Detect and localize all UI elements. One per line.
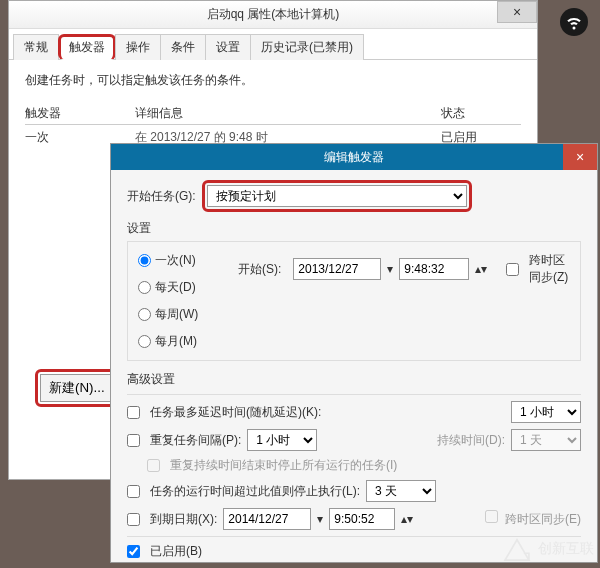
expire-date-input[interactable] [223,508,311,530]
wifi-status-icon [560,8,588,36]
tab-general[interactable]: 常规 [13,34,59,60]
sync-tz-label: 跨时区同步(Z) [529,252,570,286]
calendar-icon[interactable]: ▾ [387,262,393,276]
stop-if-longer-label: 任务的运行时间超过此值则停止执行(L): [150,483,360,500]
stop-after-rep-label: 重复持续时间结束时停止所有运行的任务(I) [170,457,397,474]
new-button[interactable]: 新建(N)... [40,374,114,402]
schedule-right: 开始(S): ▾ ▴▾ 跨时区同步(Z) [238,252,570,286]
col-detail: 详细信息 [135,105,441,122]
repeat-row: 重复任务间隔(P): 1 小时 持续时间(D): 1 天 [127,429,581,451]
start-label: 开始(S): [238,261,281,278]
title-bar: 编辑触发器 × [111,144,597,170]
radio-monthly[interactable]: 每月(M) [138,333,228,350]
expire-time-input[interactable] [329,508,395,530]
close-icon: × [576,149,584,165]
close-button[interactable]: × [563,144,597,170]
start-date-input[interactable] [293,258,381,280]
expire-row: 到期日期(X): ▾ ▴▾ 跨时区同步(E) [127,508,581,530]
start-time-input[interactable] [399,258,469,280]
repeat-label: 重复任务间隔(P): [150,432,241,449]
close-icon: × [513,4,521,20]
radio-once-input[interactable] [138,254,151,267]
frequency-radios: 一次(N) 每天(D) 每周(W) 每月(M) [138,252,228,350]
tab-conditions[interactable]: 条件 [160,34,206,60]
table-header: 触发器 详细信息 状态 [25,103,521,125]
edit-trigger-window: 编辑触发器 × 开始任务(G): 按预定计划 设置 一次(N) 每天(D) 每周… [110,143,598,563]
stop-if-longer-select[interactable]: 3 天 [366,480,436,502]
repeat-checkbox[interactable] [127,434,140,447]
calendar-icon[interactable]: ▾ [317,512,323,526]
repeat-select[interactable]: 1 小时 [247,429,317,451]
watermark-text: 创新互联 [538,540,594,558]
tab-history[interactable]: 历史记录(已禁用) [250,34,364,60]
stop-if-longer-checkbox[interactable] [127,485,140,498]
spinner-icon[interactable]: ▴▾ [475,262,487,276]
tab-settings[interactable]: 设置 [205,34,251,60]
duration-select[interactable]: 1 天 [511,429,581,451]
radio-monthly-input[interactable] [138,335,151,348]
start-task-label: 开始任务(G): [127,188,196,205]
expire-checkbox[interactable] [127,513,140,526]
settings-label: 设置 [127,220,575,237]
expire-label: 到期日期(X): [150,511,217,528]
start-task-highlight: 按预定计划 [202,180,472,212]
watermark-logo-icon [500,534,534,564]
delay-select[interactable]: 1 小时 [511,401,581,423]
tab-triggers[interactable]: 触发器 [58,34,116,60]
window-body: 开始任务(G): 按预定计划 设置 一次(N) 每天(D) 每周(W) 每月(M… [111,170,597,568]
radio-weekly[interactable]: 每周(W) [138,306,228,323]
start-task-select[interactable]: 按预定计划 [207,185,467,207]
tab-actions[interactable]: 操作 [115,34,161,60]
close-button[interactable]: × [497,1,537,23]
tab-strip: 常规 触发器 操作 条件 设置 历史记录(已禁用) [9,29,537,60]
title-bar: 启动qq 属性(本地计算机) × [9,1,537,29]
delay-label: 任务最多延迟时间(随机延迟)(K): [150,404,321,421]
delay-row: 任务最多延迟时间(随机延迟)(K): 1 小时 [127,401,581,423]
delay-checkbox[interactable] [127,406,140,419]
watermark: 创新互联 [500,534,594,564]
radio-weekly-input[interactable] [138,308,151,321]
radio-once[interactable]: 一次(N) [138,252,228,269]
duration-label: 持续时间(D): [437,432,505,449]
window-title: 启动qq 属性(本地计算机) [207,6,340,23]
sync-tz-checkbox[interactable] [506,263,519,276]
radio-daily-input[interactable] [138,281,151,294]
window-title: 编辑触发器 [324,149,384,166]
divider [127,394,581,395]
new-button-highlight: 新建(N)... [35,369,119,407]
schedule-group: 一次(N) 每天(D) 每周(W) 每月(M) 开始(S): ▾ ▴▾ 跨时区同… [127,241,581,361]
stop-after-rep-row: 重复持续时间结束时停止所有运行的任务(I) [127,457,581,474]
advanced-label: 高级设置 [127,371,581,388]
col-status: 状态 [441,105,521,122]
enabled-label: 已启用(B) [150,543,202,560]
radio-daily[interactable]: 每天(D) [138,279,228,296]
stop-if-longer-row: 任务的运行时间超过此值则停止执行(L): 3 天 [127,480,581,502]
expire-sync-checkbox [485,510,498,523]
start-task-row: 开始任务(G): 按预定计划 [127,180,581,212]
col-trigger: 触发器 [25,105,135,122]
wifi-icon [565,13,583,31]
stop-after-rep-checkbox [147,459,160,472]
description-text: 创建任务时，可以指定触发该任务的条件。 [25,72,521,89]
expire-sync-label: 跨时区同步(E) [505,512,581,526]
spinner-icon[interactable]: ▴▾ [401,512,413,526]
enabled-checkbox[interactable] [127,545,140,558]
